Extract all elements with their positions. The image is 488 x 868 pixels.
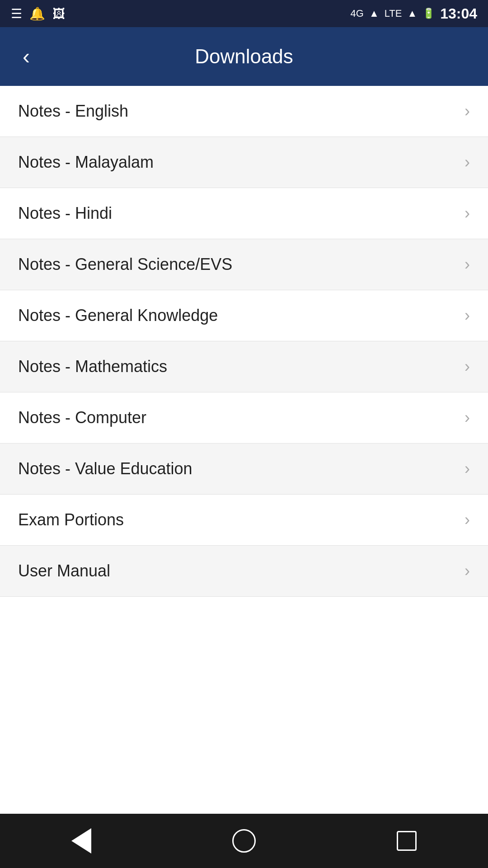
list-item-label: User Manual bbox=[18, 561, 110, 580]
back-button[interactable]: ‹ bbox=[18, 41, 34, 72]
list-item-label: Notes - Value Education bbox=[18, 459, 192, 478]
chevron-right-icon: › bbox=[465, 561, 470, 580]
list-item-label: Notes - Hindi bbox=[18, 204, 112, 223]
list-item[interactable]: Notes - General Science/EVS› bbox=[0, 239, 488, 290]
status-bar-left: ☰ 🔔 🖼 bbox=[11, 6, 65, 21]
list-item-label: Exam Portions bbox=[18, 510, 124, 529]
list-item[interactable]: Notes - Malayalam› bbox=[0, 137, 488, 188]
chevron-right-icon: › bbox=[465, 510, 470, 529]
list-item[interactable]: Notes - English› bbox=[0, 86, 488, 137]
bottom-nav-bar bbox=[0, 814, 488, 868]
signal-4g-icon: 4G bbox=[351, 8, 364, 19]
status-time: 13:04 bbox=[440, 5, 477, 22]
status-bar: ☰ 🔔 🖼 4G ▲ LTE ▲ 🔋 13:04 bbox=[0, 0, 488, 27]
list-item[interactable]: Notes - General Knowledge› bbox=[0, 290, 488, 341]
image-icon: 🖼 bbox=[52, 6, 65, 21]
recents-square-icon bbox=[397, 831, 417, 851]
chevron-right-icon: › bbox=[465, 153, 470, 172]
list-item-label: Notes - Computer bbox=[18, 408, 146, 427]
home-circle-icon bbox=[232, 829, 256, 853]
signal-bars-2-icon: ▲ bbox=[407, 8, 417, 19]
list-item-label: Notes - General Knowledge bbox=[18, 306, 218, 325]
chevron-right-icon: › bbox=[465, 306, 470, 325]
header: ‹ Downloads bbox=[0, 27, 488, 86]
list-item[interactable]: Notes - Mathematics› bbox=[0, 341, 488, 392]
list-item-label: Notes - General Science/EVS bbox=[18, 255, 232, 274]
list-item-label: Notes - English bbox=[18, 102, 128, 121]
list-item[interactable]: Notes - Hindi› bbox=[0, 188, 488, 239]
chevron-right-icon: › bbox=[465, 357, 470, 376]
list-item[interactable]: Notes - Computer› bbox=[0, 392, 488, 443]
downloads-list: Notes - English›Notes - Malayalam›Notes … bbox=[0, 86, 488, 814]
chevron-right-icon: › bbox=[465, 204, 470, 223]
list-item-label: Notes - Malayalam bbox=[18, 153, 154, 172]
battery-icon: 🔋 bbox=[422, 8, 435, 19]
status-bar-right: 4G ▲ LTE ▲ 🔋 13:04 bbox=[351, 5, 477, 22]
system-home-button[interactable] bbox=[221, 818, 267, 863]
back-chevron-icon: ‹ bbox=[23, 44, 30, 68]
chevron-right-icon: › bbox=[465, 408, 470, 427]
menu-icon: ☰ bbox=[11, 6, 22, 21]
list-item-label: Notes - Mathematics bbox=[18, 357, 167, 376]
back-triangle-icon bbox=[71, 828, 91, 854]
chevron-right-icon: › bbox=[465, 255, 470, 274]
list-item[interactable]: Exam Portions› bbox=[0, 495, 488, 546]
bell-icon: 🔔 bbox=[29, 6, 45, 21]
chevron-right-icon: › bbox=[465, 459, 470, 478]
system-back-button[interactable] bbox=[59, 818, 104, 863]
system-recents-button[interactable] bbox=[384, 818, 429, 863]
list-item[interactable]: Notes - Value Education› bbox=[0, 443, 488, 495]
lte-icon: LTE bbox=[385, 8, 402, 19]
list-item[interactable]: User Manual› bbox=[0, 546, 488, 597]
signal-bars-icon: ▲ bbox=[369, 8, 379, 19]
page-title: Downloads bbox=[195, 45, 293, 68]
chevron-right-icon: › bbox=[465, 102, 470, 121]
